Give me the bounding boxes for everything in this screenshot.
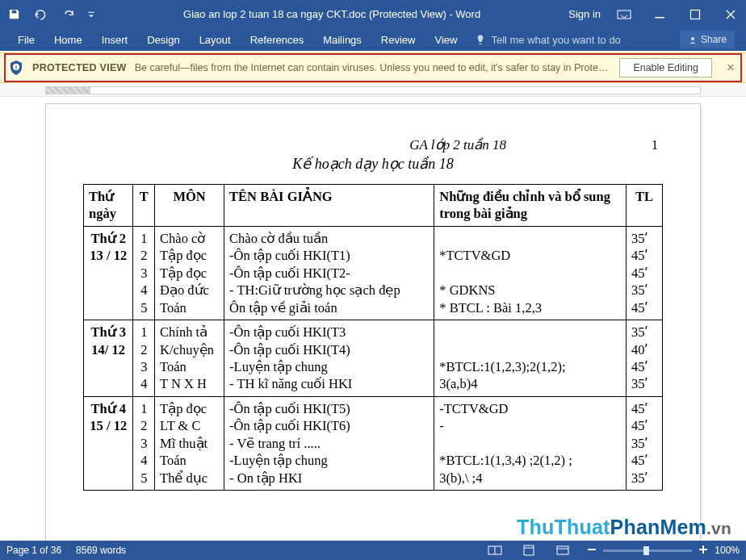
qat-more-icon[interactable] bbox=[87, 8, 95, 20]
share-label: Share bbox=[701, 34, 727, 45]
table-cell: 12345 bbox=[133, 396, 155, 490]
document-area: GA lớp 2 tuần 18 1 Kế hoạch dạy học tuần… bbox=[0, 84, 746, 541]
table-cell: Tập đọcLT & CMĩ thuậtToánThể dục bbox=[155, 396, 224, 490]
table-cell: *TCTV&GD * GDKNS* BTCL : Bài 1,2,3 bbox=[434, 226, 627, 320]
sign-in-link[interactable]: Sign in bbox=[568, 8, 601, 20]
zoom-out-icon[interactable] bbox=[587, 545, 597, 557]
shield-icon: i bbox=[8, 60, 24, 76]
table-cell: Chính tảK/chuyện ToánT N X H bbox=[155, 320, 224, 397]
tab-insert[interactable]: Insert bbox=[92, 28, 138, 51]
lightbulb-icon bbox=[475, 34, 486, 45]
maximize-icon[interactable] bbox=[683, 2, 707, 27]
header-title: GA lớp 2 tuần 18 bbox=[409, 136, 506, 153]
ribbon-options-icon[interactable] bbox=[612, 2, 636, 27]
page-header: GA lớp 2 tuần 18 1 bbox=[83, 136, 663, 153]
status-page[interactable]: Page 1 of 36 bbox=[6, 545, 61, 556]
zoom-controls: 100% bbox=[587, 545, 740, 557]
tab-layout[interactable]: Layout bbox=[190, 28, 241, 51]
header-page-number: 1 bbox=[652, 138, 658, 153]
lesson-plan-table[interactable]: Thứ ngày T MÔN TÊN BÀI GIẢNG Những điều … bbox=[83, 184, 663, 491]
undo-icon[interactable] bbox=[33, 8, 49, 20]
table-header-row: Thứ ngày T MÔN TÊN BÀI GIẢNG Những điều … bbox=[84, 185, 663, 227]
table-row: Thứ 415 / 12 12345 Tập đọcLT & CMĩ thuật… bbox=[84, 396, 663, 490]
close-icon[interactable] bbox=[719, 2, 743, 27]
minimize-icon[interactable] bbox=[648, 2, 672, 27]
table-cell: Chào cờTập đọcTập đọcĐạo đứcToán bbox=[155, 226, 224, 320]
table-cell: 1234 bbox=[133, 320, 155, 397]
save-icon[interactable] bbox=[8, 8, 20, 20]
table-header-cell: MÔN bbox=[155, 185, 224, 227]
table-header-cell: T bbox=[133, 185, 155, 227]
table-row: Thứ 314/ 12 1234 Chính tảK/chuyện ToánT … bbox=[84, 320, 663, 397]
redo-icon[interactable] bbox=[62, 8, 74, 20]
titlebar: Giao an lop 2 tuan 18 ca ngay CKT.doc (P… bbox=[0, 0, 746, 28]
table-cell: Chào cờ đầu tuần-Ôn tập cuối HKI(T1)-Ôn … bbox=[224, 226, 434, 320]
table-cell: 35ʹ45ʹ45ʹ35ʹ45ʹ bbox=[626, 226, 662, 320]
document-title: Giao an lop 2 tuan 18 ca ngay CKT.doc (P… bbox=[95, 8, 568, 20]
enable-editing-button[interactable]: Enable Editing bbox=[619, 58, 712, 77]
table-header-cell: TL bbox=[626, 185, 662, 227]
horizontal-ruler[interactable] bbox=[0, 84, 746, 97]
zoom-in-icon[interactable] bbox=[698, 545, 708, 557]
table-cell: 35ʹ40ʹ45ʹ35ʹ bbox=[626, 320, 662, 397]
protected-view-close-icon[interactable]: × bbox=[720, 60, 735, 76]
status-word-count[interactable]: 8569 words bbox=[76, 545, 126, 556]
tab-review[interactable]: Review bbox=[371, 28, 425, 51]
svg-point-3 bbox=[691, 37, 694, 40]
protected-view-bar: i PROTECTED VIEW Be careful—files from t… bbox=[0, 51, 746, 84]
table-header-cell: Những điều chỉnh và bổ sung trong bài gi… bbox=[434, 185, 627, 227]
table-cell: -Ôn tập cuối HKI(T5)-Ôn tập cuối HKI(T6)… bbox=[224, 396, 434, 490]
table-cell: -TCTV&GD-*BTCL:1(1,3,4) ;2(1,2) ;3(b),\ … bbox=[434, 396, 627, 490]
zoom-level[interactable]: 100% bbox=[715, 545, 740, 556]
protected-view-title: PROTECTED VIEW bbox=[32, 62, 127, 73]
status-bar: Page 1 of 36 8569 words 100% bbox=[0, 541, 746, 560]
table-cell: Thứ 415 / 12 bbox=[84, 396, 133, 490]
web-layout-icon[interactable] bbox=[553, 542, 572, 558]
tab-design[interactable]: Design bbox=[137, 28, 189, 51]
svg-rect-2 bbox=[691, 10, 700, 19]
ribbon-tabs: File Home Insert Design Layout Reference… bbox=[0, 28, 746, 51]
svg-rect-14 bbox=[702, 545, 704, 554]
tab-references[interactable]: References bbox=[241, 28, 313, 51]
share-button[interactable]: Share bbox=[680, 31, 735, 48]
protected-view-message: Be careful—files from the Internet can c… bbox=[135, 62, 612, 73]
table-cell: Thứ 314/ 12 bbox=[84, 320, 133, 397]
tell-me-search[interactable]: Tell me what you want to do bbox=[467, 34, 628, 46]
share-icon bbox=[688, 35, 698, 44]
tab-view[interactable]: View bbox=[425, 28, 467, 51]
tab-mailings[interactable]: Mailings bbox=[313, 28, 371, 51]
table-cell: Thứ 213 / 12 bbox=[84, 226, 133, 320]
quick-access-toolbar bbox=[8, 8, 95, 20]
svg-rect-10 bbox=[557, 546, 568, 554]
table-cell: 45ʹ45ʹ35ʹ45ʹ35ʹ bbox=[626, 396, 662, 490]
zoom-slider[interactable] bbox=[603, 550, 692, 552]
tab-file[interactable]: File bbox=[8, 28, 44, 51]
svg-text:i: i bbox=[15, 65, 17, 70]
svg-rect-12 bbox=[588, 549, 596, 550]
table-row: Thứ 213 / 12 12345 Chào cờTập đọcTập đọc… bbox=[84, 226, 663, 320]
lesson-plan-title: Kế hoạch dạy học tuần 18 bbox=[83, 155, 663, 173]
document-page[interactable]: GA lớp 2 tuần 18 1 Kế hoạch dạy học tuần… bbox=[45, 103, 701, 541]
table-cell: -Ôn tập cuối HKI(T3-Ôn tập cuối HKI(T4)-… bbox=[224, 320, 434, 397]
table-header-cell: Thứ ngày bbox=[84, 185, 133, 227]
svg-rect-8 bbox=[524, 545, 534, 555]
tab-home[interactable]: Home bbox=[44, 28, 92, 51]
print-layout-icon[interactable] bbox=[519, 542, 539, 558]
titlebar-right: Sign in bbox=[568, 2, 743, 27]
svg-rect-1 bbox=[655, 17, 664, 19]
table-cell: *BTCL:1(1,2,3);2(1,2);3(a,b)4 bbox=[434, 320, 627, 397]
tell-me-label: Tell me what you want to do bbox=[491, 34, 620, 46]
table-cell: 12345 bbox=[133, 226, 155, 320]
read-mode-icon[interactable] bbox=[485, 542, 505, 558]
table-header-cell: TÊN BÀI GIẢNG bbox=[224, 185, 434, 227]
